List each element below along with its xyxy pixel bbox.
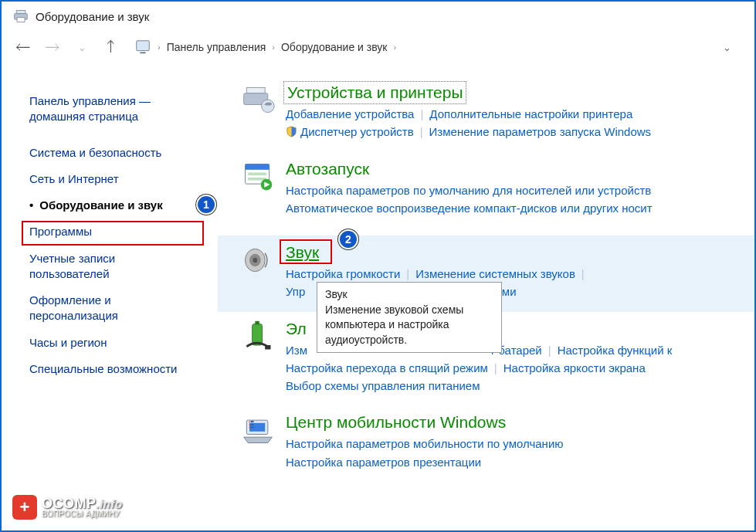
svg-rect-4: [140, 52, 145, 53]
chevron-right-icon: ›: [393, 42, 396, 52]
tooltip: Звук Изменение звуковой схемы компьютера…: [317, 282, 502, 353]
cat-title-power[interactable]: Эл: [286, 320, 307, 338]
category-autoplay: Автозапуск Настройка параметров по умолч…: [218, 160, 754, 218]
printer-icon: [12, 8, 29, 25]
cp-icon: [134, 39, 151, 56]
svg-rect-17: [255, 320, 259, 324]
annotation-badge-1: 1: [196, 195, 216, 215]
plus-icon: +: [12, 495, 37, 520]
link-system-sounds[interactable]: Изменение системных звуков: [415, 267, 575, 280]
autoplay-icon: [241, 160, 275, 194]
svg-rect-9: [246, 164, 270, 169]
link-presentation[interactable]: Настройка параметров презентации: [286, 456, 481, 469]
links-row: Добавление устройства|Дополнительные нас…: [286, 105, 754, 123]
watermark-suffix: .info: [97, 497, 123, 510]
link-printer-settings[interactable]: Дополнительные настройки принтера: [429, 107, 632, 120]
watermark: + OCOMP.info ВОПРОСЫ АДМИНУ: [12, 495, 123, 520]
tooltip-body: Изменение звуковой схемы компьютера и на…: [325, 303, 493, 348]
watermark-main: OCOMP: [42, 496, 97, 511]
sidebar-item-clock[interactable]: Часы и регион: [29, 330, 218, 356]
svg-rect-0: [16, 11, 25, 14]
svg-rect-18: [265, 345, 270, 350]
crumb-hardware-sound[interactable]: Оборудование и звук: [281, 41, 388, 53]
svg-point-7: [262, 100, 275, 113]
recent-dropdown[interactable]: ⌄: [71, 36, 93, 58]
link-mobility-defaults[interactable]: Настройка параметров мобильности по умол…: [286, 437, 564, 450]
category-devices-printers: Устройства и принтеры Добавление устройс…: [218, 83, 754, 141]
cat-title-mobility[interactable]: Центр мобильности Windows: [286, 413, 506, 432]
sidebar-item-home[interactable]: Панель управления — домашняя страница: [29, 88, 184, 130]
shield-icon: [286, 124, 297, 136]
chevron-right-icon: ›: [158, 42, 161, 52]
sidebar-item-appearance[interactable]: Оформление и персонализация: [29, 287, 184, 330]
nav-row: 🡐 🡒 ⌄ 🡑 › Панель управления › Оборудован…: [2, 31, 754, 69]
link-add-device[interactable]: Добавление устройства: [286, 107, 414, 120]
breadcrumb: › Панель управления › Оборудование и зву…: [130, 36, 744, 59]
sidebar: Панель управления — домашняя страница Си…: [2, 69, 218, 382]
link-brightness[interactable]: Настройка яркости экрана: [503, 361, 646, 374]
link-sound-truncated-left[interactable]: Упр: [286, 285, 305, 298]
sidebar-item-hardware-sound[interactable]: •Оборудование и звук: [29, 192, 218, 219]
link-windows-startup[interactable]: Изменение параметров запуска Windows: [429, 125, 652, 138]
link-sleep[interactable]: Настройка перехода в спящий режим: [286, 361, 488, 374]
chevron-down-icon[interactable]: ⌄: [715, 42, 739, 53]
window-title: Оборудование и звук: [36, 10, 149, 23]
cat-title-autoplay[interactable]: Автозапуск: [286, 160, 369, 178]
annotation-badge-2: 2: [338, 229, 358, 249]
link-power-buttons[interactable]: Настройка функций к: [558, 344, 673, 357]
cat-title-devices[interactable]: Устройства и принтеры: [286, 83, 464, 102]
back-button[interactable]: 🡐: [12, 36, 34, 58]
forward-button[interactable]: 🡒: [42, 36, 63, 58]
chevron-right-icon: ›: [272, 42, 275, 52]
category-mobility: Центр мобильности Windows Настройка пара…: [218, 413, 754, 471]
sidebar-item-programs[interactable]: Программы: [29, 219, 218, 245]
link-device-manager[interactable]: Диспетчер устройств: [300, 125, 414, 138]
bullet-icon: •: [29, 198, 33, 212]
crumb-control-panel[interactable]: Панель управления: [167, 41, 266, 53]
cat-title-sound[interactable]: Звук: [286, 243, 319, 262]
sidebar-item-accounts[interactable]: Учетные записи пользователей: [29, 246, 184, 288]
watermark-sub: ВОПРОСЫ АДМИНУ: [42, 510, 123, 518]
tooltip-title: Звук: [325, 287, 493, 303]
link-autoplay-defaults[interactable]: Настройка параметров по умолчанию для но…: [286, 184, 651, 197]
svg-rect-5: [246, 88, 265, 93]
link-power-plan[interactable]: Выбор схемы управления питанием: [286, 379, 480, 392]
link-power-left[interactable]: Изм: [286, 344, 307, 357]
svg-rect-3: [137, 41, 150, 51]
link-volume[interactable]: Настройка громкости: [286, 267, 400, 280]
sound-icon: [241, 243, 275, 277]
svg-rect-10: [248, 172, 266, 175]
link-auto-cd[interactable]: Автоматическое воспроизведение компакт-д…: [286, 202, 653, 215]
main-panel: Устройства и принтеры Добавление устройс…: [218, 69, 754, 490]
sidebar-active-label: Оборудование и звук: [39, 198, 162, 212]
svg-point-15: [253, 258, 258, 263]
power-icon: [241, 320, 275, 354]
titlebar: Оборудование и звук: [2, 2, 754, 31]
svg-rect-2: [17, 18, 25, 22]
sidebar-item-accessibility[interactable]: Специальные возможности: [29, 356, 218, 382]
up-button[interactable]: 🡑: [100, 36, 122, 58]
content: Панель управления — домашняя страница Си…: [2, 69, 754, 490]
sidebar-item-network[interactable]: Сеть и Интернет: [29, 166, 218, 192]
links-row: Диспетчер устройств|Изменение параметров…: [286, 123, 754, 141]
devices-printers-icon: [241, 83, 275, 117]
sidebar-item-system[interactable]: Система и безопасность: [29, 140, 218, 166]
mobility-icon: [241, 413, 275, 447]
